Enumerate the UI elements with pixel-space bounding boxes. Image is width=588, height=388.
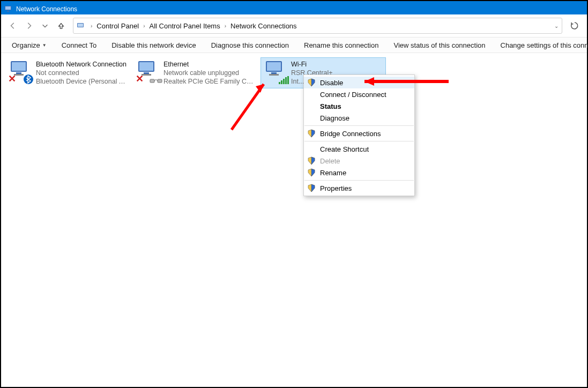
diagnose-button[interactable]: Diagnose this connection: [204, 38, 296, 53]
address-bar[interactable]: › Control Panel › All Control Panel Item…: [73, 18, 562, 34]
svg-rect-7: [16, 72, 21, 74]
breadcrumb-item[interactable]: Control Panel: [94, 22, 141, 30]
rename-button[interactable]: Rename this connection: [296, 38, 386, 53]
connection-name: Ethernet: [163, 60, 257, 69]
svg-rect-18: [271, 72, 277, 74]
organize-menu[interactable]: Organize▼: [4, 38, 54, 53]
ctx-disable[interactable]: Disable: [304, 77, 414, 88]
breadcrumb-sep-icon: ›: [141, 23, 147, 29]
ctx-label: Diagnose: [320, 114, 349, 122]
connection-status: Not connected: [36, 69, 129, 77]
window: Network Connections › Control Panel › Al…: [0, 0, 588, 388]
ctx-label: Rename: [320, 169, 346, 177]
ctx-separator: [304, 141, 414, 141]
breadcrumb-item[interactable]: All Control Panel Items: [147, 22, 222, 30]
context-menu: Disable Connect / Disconnect Status Diag…: [303, 74, 415, 196]
shield-icon: [307, 168, 316, 177]
svg-rect-15: [158, 79, 162, 83]
bluetooth-icon: [23, 74, 34, 85]
bluetooth-connection-icon: ✕: [9, 60, 33, 84]
breadcrumb-sep-icon: ›: [88, 23, 94, 29]
location-icon: [77, 21, 85, 30]
ctx-bridge[interactable]: Bridge Connections: [304, 128, 414, 139]
svg-rect-19: [269, 74, 279, 76]
ctx-connect[interactable]: Connect / Disconnect: [304, 88, 414, 100]
shield-icon: [307, 129, 316, 138]
view-status-button[interactable]: View status of this connection: [386, 38, 493, 53]
ctx-label: Connect / Disconnect: [320, 91, 386, 99]
command-bar: Organize▼ Connect To Disable this networ…: [1, 37, 587, 53]
titlebar: Network Connections: [1, 4, 587, 14]
ctx-separator: [304, 180, 414, 181]
ctx-label: Properties: [320, 184, 352, 192]
ctx-separator: [304, 125, 414, 126]
address-dropdown-icon[interactable]: ⌄: [554, 23, 559, 29]
svg-rect-1: [5, 6, 11, 10]
ctx-properties[interactable]: Properties: [304, 182, 414, 194]
ctx-status[interactable]: Status: [304, 100, 414, 112]
svg-rect-23: [285, 77, 287, 84]
ctx-label: Status: [320, 102, 341, 110]
window-title: Network Connections: [16, 5, 77, 13]
shield-icon: [307, 184, 316, 192]
svg-rect-24: [287, 76, 289, 84]
shield-icon: [307, 156, 316, 165]
error-x-icon: ✕: [136, 73, 144, 85]
chevron-down-icon: ▼: [42, 43, 47, 48]
forward-button[interactable]: [21, 18, 36, 33]
nav-row: › Control Panel › All Control Panel Item…: [1, 14, 587, 37]
svg-marker-32: [311, 169, 315, 176]
svg-rect-11: [139, 62, 153, 71]
wifi-signal-icon: [278, 76, 290, 85]
ctx-delete: Delete: [304, 155, 414, 167]
svg-marker-30: [311, 157, 315, 165]
svg-marker-34: [311, 184, 315, 192]
ctx-label: Create Shortcut: [320, 145, 369, 153]
svg-rect-17: [267, 62, 281, 71]
wifi-connection-icon: [264, 60, 288, 84]
svg-rect-4: [78, 24, 83, 27]
ctx-label: Disable: [320, 79, 343, 87]
history-dropdown[interactable]: [38, 18, 53, 33]
error-x-icon: ✕: [8, 73, 16, 85]
connection-item-bluetooth[interactable]: ✕ Bluetooth Network Connection Not conne…: [5, 57, 133, 88]
connection-name: Wi-Fi: [291, 60, 332, 69]
svg-marker-26: [311, 79, 315, 86]
app-icon: [4, 5, 13, 13]
connection-device: Bluetooth Device (Personal Area ...: [36, 77, 129, 86]
connection-item-ethernet[interactable]: ✕ Ethernet Network cable unplugged Realt…: [133, 57, 260, 88]
connection-device: Realtek PCIe GbE Family Controller: [163, 77, 257, 86]
svg-rect-21: [281, 80, 282, 84]
ctx-rename[interactable]: Rename: [304, 167, 414, 178]
connection-status: Network cable unplugged: [163, 69, 257, 77]
ethernet-connection-icon: ✕: [137, 60, 160, 84]
ethernet-cable-icon: [150, 77, 162, 85]
change-settings-button[interactable]: Change settings of this connection: [493, 38, 588, 53]
refresh-button[interactable]: [567, 18, 583, 34]
svg-rect-14: [150, 79, 154, 83]
svg-marker-28: [311, 130, 315, 137]
ctx-label: Bridge Connections: [320, 130, 381, 138]
breadcrumb-item[interactable]: Network Connections: [228, 22, 299, 30]
ctx-diagnose[interactable]: Diagnose: [304, 112, 414, 124]
ctx-create-shortcut[interactable]: Create Shortcut: [304, 143, 414, 155]
shield-icon: [307, 78, 316, 87]
connection-name: Bluetooth Network Connection: [36, 60, 129, 69]
organize-label: Organize: [12, 41, 40, 49]
svg-rect-20: [279, 82, 280, 84]
breadcrumb-sep-icon: ›: [222, 23, 228, 29]
svg-rect-6: [12, 62, 26, 71]
content-area: ✕ Bluetooth Network Connection Not conne…: [1, 53, 587, 93]
connect-to-button[interactable]: Connect To: [54, 38, 105, 53]
svg-rect-2: [7, 11, 9, 12]
svg-rect-22: [283, 79, 285, 84]
ctx-label: Delete: [320, 157, 340, 165]
up-button[interactable]: [54, 18, 69, 33]
back-button[interactable]: [5, 18, 20, 33]
disable-device-button[interactable]: Disable this network device: [104, 38, 204, 53]
svg-rect-12: [144, 72, 149, 74]
